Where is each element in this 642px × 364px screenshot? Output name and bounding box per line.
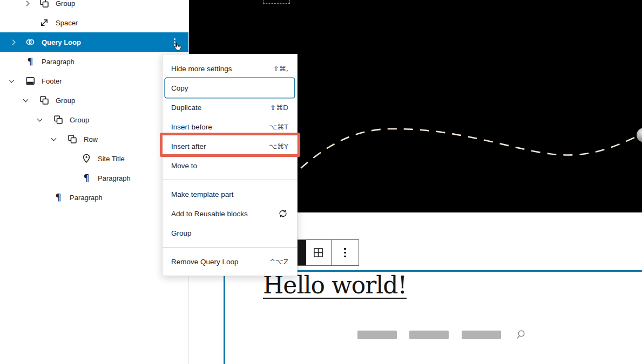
menu-item-hide-more-settings[interactable]: Hide more settings ⇧⌘, [163,59,297,78]
sidebar-item-group[interactable]: Group [0,91,188,110]
menu-item-make-template-part[interactable]: Make template part [163,184,297,204]
list-view-sidebar: Group Spacer Query Loop ¶ Paragraph [0,0,189,364]
block-label: Site Title [98,155,125,163]
menu-item-remove-query-loop[interactable]: Remove Query Loop ^⌥Z [163,252,297,271]
ellipsis-icon [344,252,346,253]
grid-view-display-button[interactable] [306,240,331,265]
footer-icon [24,74,37,87]
chevron-down-icon[interactable] [24,99,38,101]
chevron-right-icon[interactable] [24,2,38,5]
paragraph-icon: ¶ [24,55,37,68]
menu-group: Remove Query Loop ^⌥Z [163,248,297,276]
sidebar-item-row[interactable]: Row [0,129,188,149]
sidebar-item-paragraph[interactable]: ¶ Paragraph [0,188,188,207]
chevron-right-icon[interactable] [10,40,24,44]
group-icon [52,113,65,126]
keyboard-shortcut: ⇧⌘D [270,104,288,112]
menu-item-add-to-reusable-blocks[interactable]: Add to Reusable blocks [163,204,297,223]
sidebar-item-paragraph[interactable]: ¶ Paragraph [0,52,188,71]
search-icon[interactable] [514,328,527,341]
block-label: Group [70,116,89,124]
sidebar-item-site-title[interactable]: Site Title [0,149,188,168]
row-icon [66,133,79,146]
menu-item-insert-after[interactable]: Insert after ⌥⌘Y [163,136,297,156]
block-label: Paragraph [98,174,131,182]
block-label: Group [56,97,75,105]
menu-item-copy[interactable]: Copy [165,78,294,98]
menu-item-insert-before[interactable]: Insert before ⌥⌘T [163,117,297,136]
block-label: Spacer [56,19,78,27]
keyboard-shortcut: ⇧⌘, [273,65,288,73]
keyboard-shortcut: ^⌥Z [269,258,288,266]
toolbar-options-button[interactable] [332,240,359,265]
menu-group: Hide more settings ⇧⌘, Copy Duplicate ⇧⌘… [163,54,297,180]
block-label: Query Loop [42,38,81,46]
sidebar-item-group[interactable]: Group [0,0,188,13]
block-label: Row [84,135,98,143]
chevron-down-icon[interactable] [52,138,66,140]
block-options-menu: Hide more settings ⇧⌘, Copy Duplicate ⇧⌘… [162,54,298,276]
paragraph-icon: ¶ [52,191,65,204]
sidebar-item-footer[interactable]: Footer [0,71,188,91]
menu-item-duplicate[interactable]: Duplicate ⇧⌘D [163,98,297,117]
keyboard-shortcut: ⌥⌘T [269,123,288,131]
sidebar-item-query-loop[interactable]: Query Loop [0,32,188,52]
chevron-down-icon[interactable] [10,80,24,82]
block-label: Footer [42,77,62,85]
menu-group: Make template part Add to Reusable block… [163,180,297,248]
cursor-hand-icon [172,42,183,52]
nav-placeholder[interactable] [409,331,449,339]
site-title-icon [80,152,93,165]
block-label: Group [56,0,75,8]
sidebar-item-group[interactable]: Group [0,110,188,129]
group-icon [38,94,51,107]
keyboard-shortcut: ⌥⌘Y [269,142,288,150]
reusable-block-icon [278,208,288,219]
block-label: Paragraph [42,58,75,66]
menu-item-move-to[interactable]: Move to [163,156,297,175]
block-label: Paragraph [70,194,103,202]
group-icon [38,0,51,10]
chevron-down-icon[interactable] [38,119,52,121]
paragraph-icon: ¶ [80,171,93,184]
selected-block-outline-left [224,270,225,364]
sidebar-item-spacer[interactable]: Spacer [0,13,188,32]
nav-placeholder[interactable] [357,331,397,339]
grid-icon [313,248,323,258]
sidebar-item-paragraph[interactable]: ¶ Paragraph [0,168,188,188]
query-loop-icon [24,36,37,49]
nav-placeholder[interactable] [462,331,501,339]
menu-item-group[interactable]: Group [163,223,297,243]
spacer-icon [38,16,51,29]
